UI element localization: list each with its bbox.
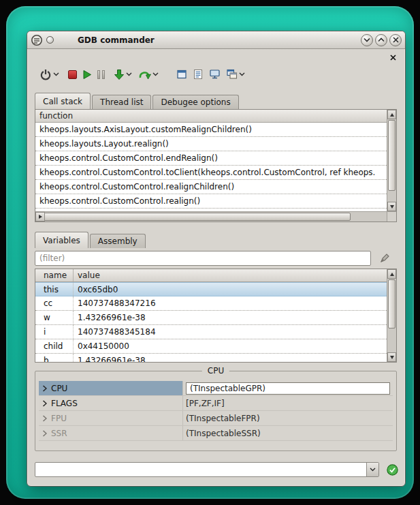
call-stack-row[interactable]: kheops.control.CustomControl.realign() <box>35 194 387 209</box>
cpu-group-title: CPU <box>202 366 229 376</box>
tab-variables[interactable]: Variables <box>35 232 88 248</box>
variable-row[interactable]: b 1.43266961e-38 <box>35 354 387 362</box>
scroll-down-icon[interactable] <box>387 202 396 211</box>
value-column-header[interactable]: value <box>74 269 104 281</box>
cpu-row[interactable]: FLAGS [PF,ZF,IF] <box>39 396 393 411</box>
maximize-button[interactable] <box>375 34 387 46</box>
cpu-groupbox: CPU CPU (TInspectableGPR) FLAGS <box>35 371 397 451</box>
check-icon <box>387 464 398 476</box>
scroll-right-icon[interactable] <box>35 212 45 221</box>
stop-button[interactable] <box>68 65 77 84</box>
decorative-frame: GDB commander <box>6 6 414 499</box>
call-stack-panel: function kheops.layouts.AxisLayout.custo… <box>35 109 397 222</box>
power-button[interactable] <box>39 65 59 84</box>
windows-icon <box>226 69 238 80</box>
screen-icon <box>209 69 221 80</box>
call-stack-horizontal-scrollbar[interactable] <box>35 211 387 221</box>
scroll-up-icon[interactable] <box>387 110 396 119</box>
list-icon <box>193 69 204 80</box>
variable-row[interactable]: cc 140737488347216 <box>35 296 387 311</box>
dropdown-chevron-icon <box>239 72 245 76</box>
cpu-value-editor[interactable]: (TInspectableGPR) <box>186 382 390 395</box>
minimize-button[interactable] <box>361 34 373 46</box>
chevron-down-icon <box>370 468 376 472</box>
stop-icon <box>68 70 77 79</box>
dropdown-chevron-icon <box>126 72 132 76</box>
call-stack-row[interactable]: kheops.control.CustomControl.endRealign(… <box>35 151 387 166</box>
cpu-row[interactable]: SSR (TInspectableSSR) <box>39 426 393 441</box>
variables-list: this 0xc65db0 cc 140737488347216 w 1.432… <box>35 282 387 362</box>
screen-button[interactable] <box>209 65 221 84</box>
gdb-command-input[interactable] <box>35 463 366 476</box>
call-stack-list: kheops.layouts.AxisLayout.customRealignC… <box>35 123 387 211</box>
filter-input[interactable] <box>35 251 371 266</box>
variable-row[interactable]: w 1.43266961e-38 <box>35 311 387 325</box>
dropdown-chevron-icon <box>53 72 59 76</box>
console-button[interactable] <box>176 65 187 84</box>
titlebar-buttons <box>361 34 402 46</box>
dock-close-icon[interactable] <box>388 52 398 62</box>
inspect-tabbar: Variables Assembly <box>35 232 147 248</box>
variables-header: name value <box>35 269 387 282</box>
tab-call-stack[interactable]: Call stack <box>35 93 91 109</box>
step-into-icon <box>114 69 125 80</box>
variables-vertical-scrollbar[interactable] <box>387 269 396 362</box>
call-stack-row[interactable]: kheops.control.CustomControl.realignChil… <box>35 180 387 194</box>
function-column-header[interactable]: function <box>35 110 77 122</box>
tab-thread-list[interactable]: Thread list <box>92 95 151 109</box>
continue-button[interactable] <box>82 65 92 84</box>
cpu-row[interactable]: CPU (TInspectableGPR) <box>39 381 393 396</box>
combo-dropdown-button[interactable] <box>366 463 378 476</box>
debug-toolbar <box>27 63 405 86</box>
list-button[interactable] <box>193 65 204 84</box>
call-stack-vertical-scrollbar[interactable] <box>387 110 396 211</box>
filter-pen-icon[interactable] <box>378 252 391 264</box>
pause-icon <box>97 70 105 79</box>
variable-row[interactable]: i 140737488345184 <box>35 325 387 339</box>
gdb-commander-window: GDB commander <box>27 31 406 487</box>
pause-button[interactable] <box>97 65 105 84</box>
tab-debugee-options[interactable]: Debugee options <box>152 95 238 109</box>
windows-button[interactable] <box>226 65 245 84</box>
stack-tabbar: Call stack Thread list Debugee options <box>35 93 240 109</box>
play-icon <box>82 70 92 80</box>
send-command-button[interactable] <box>386 463 398 476</box>
expander-icon[interactable] <box>42 400 47 407</box>
dropdown-chevron-icon <box>152 72 159 76</box>
variable-row[interactable]: child 0x44150000 <box>35 339 387 354</box>
call-stack-row[interactable]: kheops.layouts.Layout.realign() <box>35 137 387 151</box>
scrollbar-thumb[interactable] <box>388 279 395 328</box>
scrollbar-thumb[interactable] <box>388 120 395 191</box>
expander-icon[interactable] <box>42 385 47 392</box>
window-title: GDB commander <box>78 35 155 45</box>
variable-row[interactable]: this 0xc65db0 <box>35 282 387 296</box>
scrollbar-corner <box>387 211 396 221</box>
console-icon <box>176 69 187 80</box>
scroll-up-icon[interactable] <box>387 269 396 279</box>
expander-icon[interactable] <box>42 430 47 437</box>
expander-icon[interactable] <box>42 415 47 422</box>
call-stack-row[interactable]: kheops.layouts.AxisLayout.customRealignC… <box>35 123 387 137</box>
app-icon <box>31 34 43 46</box>
titlebar[interactable]: GDB commander <box>27 31 405 49</box>
filter-row <box>35 251 398 266</box>
close-button[interactable] <box>389 34 402 46</box>
call-stack-header[interactable]: function <box>35 110 387 123</box>
step-over-button[interactable] <box>138 65 159 84</box>
scroll-down-icon[interactable] <box>387 352 396 362</box>
pin-icon[interactable] <box>46 36 54 44</box>
power-icon <box>39 68 52 80</box>
gdb-command-combobox[interactable] <box>35 462 379 477</box>
scrollbar-thumb[interactable] <box>36 213 351 221</box>
call-stack-row[interactable]: kheops.control.CustomControl.toClient(kh… <box>35 166 387 180</box>
variables-panel: name value this 0xc65db0 cc 140737488347… <box>35 269 397 363</box>
name-column-header[interactable]: name <box>35 269 74 281</box>
cpu-row[interactable]: FPU (TInspectableFPR) <box>39 411 393 426</box>
tab-assembly[interactable]: Assembly <box>90 234 146 248</box>
cpu-register-list: CPU (TInspectableGPR) FLAGS [PF,ZF,IF] <box>39 381 393 441</box>
step-into-button[interactable] <box>114 65 132 84</box>
step-over-icon <box>138 69 151 80</box>
